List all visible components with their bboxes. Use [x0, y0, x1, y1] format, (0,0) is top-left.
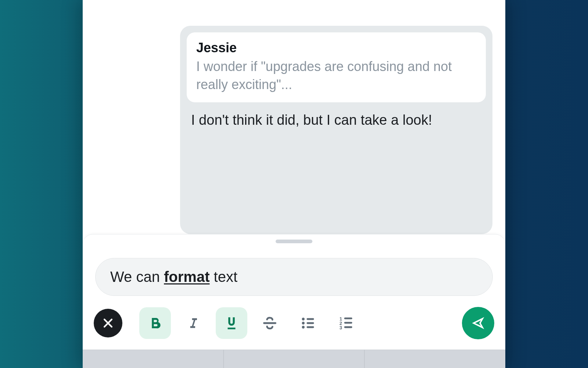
keyboard-suggestion-slot[interactable] [83, 350, 224, 368]
app-window: Jessie I wonder if "upgrades are confusi… [83, 0, 505, 368]
svg-text:3: 3 [340, 325, 342, 330]
svg-point-5 [302, 326, 305, 328]
svg-rect-14 [344, 326, 352, 328]
quoted-message-card[interactable]: Jessie I wonder if "upgrades are confusi… [187, 32, 486, 102]
input-text-plain-after: text [209, 269, 237, 285]
reply-text: I don't think it did, but I can take a l… [187, 110, 486, 130]
outgoing-reply-bubble: Jessie I wonder if "upgrades are confusi… [180, 26, 492, 234]
underline-button[interactable] [216, 307, 247, 339]
svg-rect-7 [306, 322, 314, 324]
underline-icon [224, 315, 239, 331]
chat-thread: Jessie I wonder if "upgrades are confusi… [83, 0, 505, 234]
composer-panel: We can format text 12 [83, 234, 505, 368]
italic-button[interactable] [178, 307, 209, 339]
send-icon [470, 315, 486, 331]
quoted-text: I wonder if "upgrades are confusing and … [196, 58, 476, 93]
send-button[interactable] [462, 307, 494, 339]
strikethrough-icon [262, 315, 278, 331]
close-formatting-button[interactable] [94, 309, 122, 337]
bulleted-list-button[interactable] [292, 307, 324, 339]
keyboard-suggestion-strip [83, 350, 505, 368]
svg-point-3 [302, 318, 305, 320]
svg-point-4 [302, 322, 305, 324]
formatting-toolbar: 123 [83, 307, 505, 350]
svg-rect-13 [344, 322, 352, 324]
bulleted-list-icon [300, 315, 316, 331]
svg-rect-12 [344, 318, 352, 319]
strikethrough-button[interactable] [254, 307, 286, 339]
quoted-author: Jessie [196, 40, 476, 56]
italic-icon [186, 316, 201, 330]
input-text-formatted: format [164, 269, 209, 285]
numbered-list-button[interactable]: 123 [330, 307, 362, 339]
svg-rect-8 [306, 326, 314, 328]
message-input[interactable]: We can format text [95, 258, 493, 296]
input-text-plain: We can [110, 269, 164, 285]
svg-rect-6 [306, 318, 314, 320]
keyboard-suggestion-slot[interactable] [365, 350, 505, 368]
keyboard-suggestion-slot[interactable] [224, 350, 365, 368]
drag-handle[interactable] [276, 240, 312, 243]
numbered-list-icon: 123 [338, 315, 354, 331]
bold-button[interactable] [139, 307, 171, 339]
bold-icon [147, 315, 163, 331]
close-icon [102, 317, 114, 329]
